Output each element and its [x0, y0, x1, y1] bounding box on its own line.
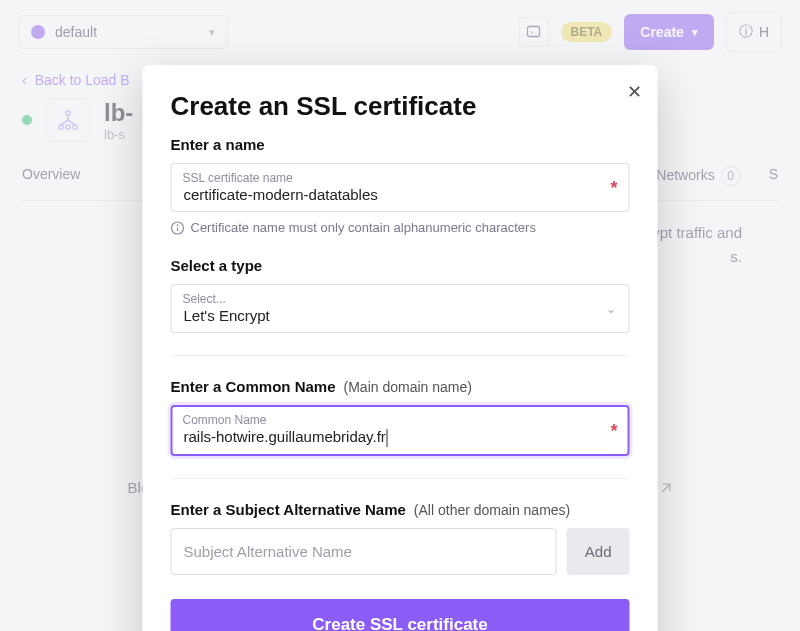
create-ssl-button[interactable]: Create SSL certificate: [171, 599, 630, 631]
ssl-certificate-modal: ✕ Create an SSL certificate Enter a name…: [143, 65, 658, 631]
section-divider: [171, 355, 630, 356]
type-inner-label: Select...: [183, 292, 226, 306]
name-section-label: Enter a name: [171, 136, 630, 153]
cn-inner-label: Common Name: [183, 413, 267, 427]
name-field-wrap: SSL certificate name certificate-modern-…: [171, 163, 630, 212]
type-section-label: Select a type: [171, 257, 630, 274]
san-hint: (All other domain names): [414, 502, 570, 518]
san-input[interactable]: [171, 528, 557, 575]
san-section-label: Enter a Subject Alternative Name(All oth…: [171, 501, 630, 518]
cn-field-wrap: Common Name rails-hotwire.guillaumebrida…: [171, 405, 630, 456]
svg-point-8: [177, 224, 179, 226]
add-san-button[interactable]: Add: [567, 528, 630, 575]
name-inner-label: SSL certificate name: [183, 171, 293, 185]
info-icon: [171, 221, 185, 235]
text-cursor: [387, 429, 388, 447]
close-icon: ✕: [627, 82, 642, 102]
section-divider: [171, 478, 630, 479]
cn-section-label: Enter a Common Name(Main domain name): [171, 378, 630, 395]
type-select-wrap: Select... Let's Encrypt ⌄: [171, 284, 630, 333]
ssl-type-select[interactable]: Let's Encrypt: [171, 284, 630, 333]
modal-title: Create an SSL certificate: [171, 91, 630, 122]
name-helper-text: Certificate name must only contain alpha…: [171, 220, 630, 235]
required-indicator: *: [610, 420, 617, 441]
close-button[interactable]: ✕: [627, 81, 642, 103]
chevron-down-icon: ⌄: [606, 302, 616, 316]
required-indicator: *: [610, 177, 617, 198]
cn-hint: (Main domain name): [344, 379, 472, 395]
